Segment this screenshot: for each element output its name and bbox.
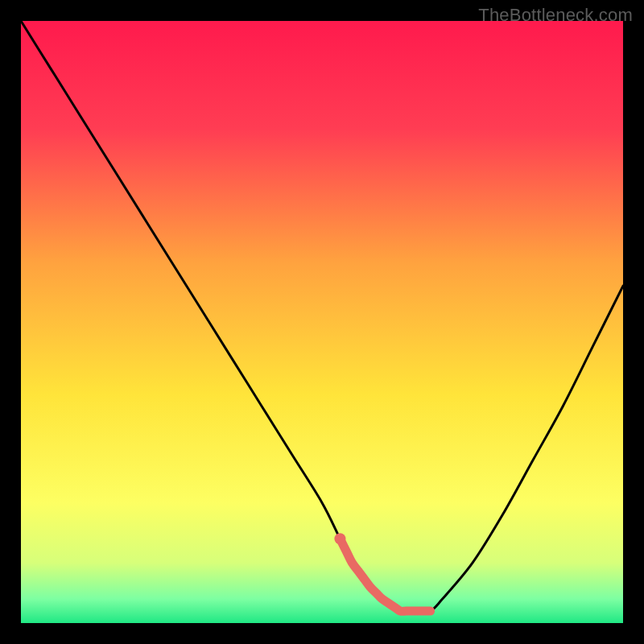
- chart-frame: TheBottleneck.com: [0, 0, 644, 644]
- highlight-dot: [334, 533, 345, 544]
- watermark-text: TheBottleneck.com: [478, 5, 633, 26]
- chart-svg: [21, 21, 623, 623]
- plot-area: [21, 21, 623, 623]
- gradient-background: [21, 21, 623, 623]
